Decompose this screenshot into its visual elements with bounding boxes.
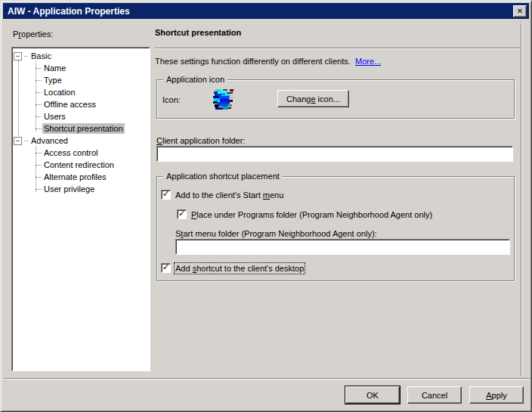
header-divider: [155, 48, 521, 49]
tree-dash: [36, 189, 42, 190]
checkbox-checked-icon[interactable]: ✓: [161, 190, 171, 200]
sidebar-item-shortcut-presentation[interactable]: Shortcut presentation: [12, 122, 150, 135]
apply-button[interactable]: Apply: [469, 386, 524, 404]
tree-dash: [36, 129, 42, 129]
sidebar-item-offline-access[interactable]: Offline access: [12, 98, 150, 110]
checkbox-place-under-programs[interactable]: ✓ Place under Programs folder (Program N…: [177, 209, 432, 219]
sidebar-item-type[interactable]: Type: [12, 74, 150, 86]
start-menu-folder-input[interactable]: [177, 240, 509, 253]
sidebar-item-advanced[interactable]: − Advanced: [12, 135, 150, 147]
icon-label: Icon:: [162, 95, 181, 104]
checkbox-add-desktop-shortcut-label: Add shortcut to the client's desktop: [175, 264, 304, 273]
client-folder-label: Client application folder:: [156, 136, 245, 145]
window-title: AIW - Application Properties: [8, 6, 513, 17]
application-properties-dialog: AIW - Application Properties ✕ Propertie…: [0, 0, 532, 412]
settings-note: These settings function differently on d…: [155, 57, 381, 66]
close-button[interactable]: ✕: [513, 5, 527, 17]
close-icon: ✕: [517, 8, 523, 15]
tree-dash: [36, 104, 42, 105]
properties-tree[interactable]: − Basic Name Type Location Offline acces…: [11, 47, 150, 371]
sidebar-item-alternate-profiles[interactable]: Alternate profiles: [12, 171, 150, 183]
checkbox-checked-icon[interactable]: ✓: [177, 209, 187, 219]
tree-dash: [36, 68, 42, 69]
sidebar-item-name[interactable]: Name: [12, 62, 150, 74]
application-icon-group-title: Application icon: [163, 75, 227, 84]
tree-dash: [36, 116, 42, 117]
sidebar-item-access-control[interactable]: Access control: [12, 147, 150, 159]
page-title: Shortcut presentation: [155, 28, 241, 37]
placement-group-title: Application shortcut placement: [163, 172, 283, 181]
tree-dash: [36, 177, 42, 178]
start-menu-folder-label: Start menu folder (Program Neighborhood …: [175, 229, 377, 238]
sidebar-item-users[interactable]: Users: [12, 110, 150, 122]
checkbox-checked-icon[interactable]: ✓: [161, 263, 171, 273]
collapse-expander-icon[interactable]: −: [14, 137, 22, 145]
tree-dash: [36, 153, 42, 153]
tree-dash: [24, 56, 28, 57]
ok-button[interactable]: OK: [345, 386, 400, 404]
application-icon: [212, 88, 235, 111]
client-folder-input[interactable]: [158, 147, 512, 160]
checkbox-place-under-programs-label: Place under Programs folder (Program Nei…: [191, 210, 432, 219]
checkbox-add-start-menu-label: Add to the client's Start menu: [175, 191, 283, 200]
checkbox-add-start-menu[interactable]: ✓ Add to the client's Start menu: [161, 190, 283, 200]
start-menu-folder-field: [175, 239, 510, 255]
sidebar-item-location[interactable]: Location: [12, 86, 150, 98]
panel-edge-divider: [521, 23, 522, 376]
tree-dash: [36, 92, 42, 93]
window-titlebar[interactable]: AIW - Application Properties ✕: [3, 3, 529, 19]
properties-label: Properties:: [13, 29, 53, 39]
tree-dash: [24, 141, 28, 141]
sidebar-item-content-redirection[interactable]: Content redirection: [12, 159, 150, 171]
more-link[interactable]: More...: [355, 57, 381, 66]
collapse-expander-icon[interactable]: −: [14, 52, 22, 60]
change-icon-button[interactable]: Change icon...: [277, 90, 349, 107]
sidebar-item-user-privilege[interactable]: User privilege: [12, 183, 150, 195]
client-folder-field: [156, 146, 513, 162]
sidebar-item-basic[interactable]: − Basic: [12, 50, 150, 62]
footer-divider: [4, 378, 530, 379]
tree-dash: [36, 165, 42, 166]
tree-dash: [36, 80, 42, 81]
cancel-button[interactable]: Cancel: [407, 386, 462, 404]
checkbox-add-desktop-shortcut[interactable]: ✓ Add shortcut to the client's desktop: [161, 263, 304, 273]
